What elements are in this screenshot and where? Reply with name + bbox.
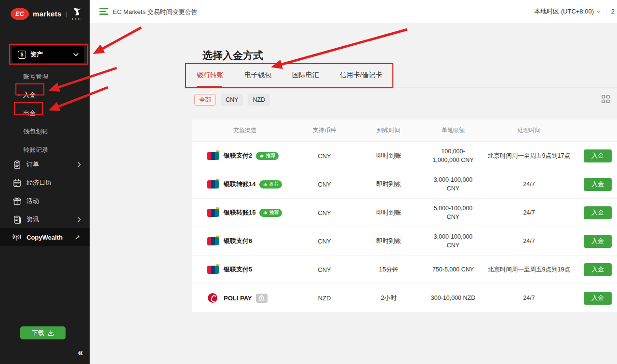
action-cell: 入金	[578, 149, 617, 162]
sidebar-submenu-item[interactable]: 入金	[0, 86, 90, 104]
sidebar-main-menu: 订单 经济日历 活动 资讯	[0, 155, 90, 229]
payment-logo-icon	[206, 151, 220, 161]
liverbird-icon	[71, 7, 82, 17]
payment-logo-icon	[206, 293, 220, 303]
deposit-button[interactable]: 入金	[584, 178, 612, 191]
deposit-button[interactable]: 入金	[584, 263, 612, 276]
deposit-button[interactable]: 入金	[584, 206, 612, 219]
deposit-method-tab[interactable]: 国际电汇	[292, 64, 319, 87]
payment-logo-icon	[206, 236, 220, 246]
active-dot	[18, 94, 20, 96]
table-row: 银联转账14 推荐 CNY 即时到账 3,000-100,000 CNY 24/…	[192, 170, 617, 199]
column-header: 到账时间	[351, 126, 427, 135]
sidebar: EC markets | LFC $ 资产 账号管理 入金 出金 钱包划转 转账…	[0, 0, 90, 364]
timezone-label: 本地时区 (UTC+8:00)	[534, 7, 594, 16]
limit-cell: 3,000-100,000 CNY	[427, 175, 480, 193]
table-header-row: 充值渠道支持币种到账时间单笔限额处理时间	[192, 120, 617, 142]
channel-name: 银联支付6	[224, 237, 252, 245]
brand-logo: EC markets | LFC	[11, 7, 82, 21]
sidebar-item-assets[interactable]: $ 资产	[12, 46, 84, 63]
sidebar-item-clipboard[interactable]: 订单	[0, 155, 90, 174]
deposit-method-tabs: 银行转账电子钱包国际电汇信用卡/借记卡	[192, 64, 617, 88]
deposit-button[interactable]: 入金	[584, 235, 612, 248]
bank-badge	[256, 294, 268, 303]
page-title: 选择入金方式	[202, 49, 263, 62]
action-cell: 入金	[578, 263, 617, 276]
download-label: 下载	[32, 329, 44, 337]
processing-cell: 北京时间周一至周五9点到17点	[480, 151, 578, 160]
recommend-badge-label: 推荐	[269, 209, 279, 216]
announcement-link[interactable]: EC Markets 交易时间变更公告	[113, 8, 198, 16]
column-header: 处理时间	[480, 126, 578, 135]
action-cell: 入金	[578, 292, 617, 305]
arrival-cell: 即时到账	[351, 180, 427, 189]
table-row: POLI PAY NZD 2小时 300-10,000 NZD 24/7 入金	[192, 284, 617, 312]
arrival-cell: 即时到账	[351, 208, 427, 217]
arrival-cell: 2小时	[351, 294, 427, 302]
deposit-method-tab[interactable]: 电子钱包	[244, 64, 271, 87]
deposit-button[interactable]: 入金	[584, 149, 612, 162]
lfc-partner-logo: LFC	[71, 7, 82, 21]
payment-channels-table: 充值渠道支持币种到账时间单笔限额处理时间 银联支付2 推荐 CNY 即时到账 1…	[192, 120, 617, 312]
limit-cell: 100,000-1,000,000 CNY	[427, 147, 480, 164]
sidebar-collapse-button[interactable]: «	[78, 347, 83, 358]
channel-cell: POLI PAY	[192, 293, 298, 303]
submenu-label: 转账记录	[23, 146, 48, 154]
sidebar-submenu-item[interactable]: 出金	[0, 104, 90, 122]
dollar-icon: $	[18, 51, 26, 59]
processing-cell: 24/7	[480, 180, 578, 189]
external-link-icon: ↗	[74, 233, 80, 241]
recommend-badge: 推荐	[256, 152, 279, 160]
chevron-down-icon	[596, 10, 601, 13]
ec-logo: EC	[11, 8, 29, 20]
topbar-divider	[606, 7, 606, 16]
assets-submenu: 账号管理 入金 出金 钱包划转 转账记录	[0, 67, 90, 159]
sidebar-submenu-item[interactable]: 钱包划转	[0, 122, 90, 141]
grid-view-icon[interactable]	[601, 94, 610, 106]
menu-label: 订单	[27, 160, 73, 169]
deposit-method-tab[interactable]: 银行转账	[197, 64, 224, 87]
currency-filter-chip[interactable]: NZD	[248, 94, 270, 106]
markets-wordmark: markets	[33, 10, 62, 18]
channel-name: 银联支付2	[224, 151, 252, 160]
action-cell: 入金	[578, 206, 617, 219]
table-row: 银联支付5 CNY 15分钟 750-5,000 CNY 北京时间周一至周五9点…	[192, 256, 617, 284]
currency-filter-row: 全部CNYNZD	[194, 94, 610, 106]
currency-filter-chip[interactable]: CNY	[221, 94, 243, 106]
payment-logo-icon	[206, 208, 220, 217]
currency-cell: CNY	[298, 266, 351, 273]
currency-cell: CNY	[298, 238, 351, 245]
channel-cell: 银联支付6	[192, 236, 298, 246]
lfc-label: LFC	[72, 17, 81, 21]
deposit-method-tab[interactable]: 信用卡/借记卡	[340, 64, 382, 87]
timezone-selector[interactable]: 本地时区 (UTC+8:00)	[534, 7, 601, 16]
submenu-label: 入金	[23, 91, 36, 99]
thumbs-up-icon	[259, 153, 264, 158]
currency-filter-chip[interactable]: 全部	[194, 94, 216, 106]
menu-label: 资讯	[27, 215, 73, 224]
assets-label: 资产	[30, 50, 69, 59]
chevron-right-icon	[78, 217, 81, 222]
thumbs-up-icon	[263, 210, 268, 215]
arrival-cell: 15分钟	[351, 265, 427, 274]
processing-cell: 北京时间周一至周五9点到19点	[480, 265, 578, 274]
hamburger-menu-icon[interactable]	[99, 8, 109, 16]
deposit-button[interactable]: 入金	[584, 292, 612, 305]
recommend-badge-label: 推荐	[266, 152, 275, 159]
download-button[interactable]: 下载	[20, 326, 66, 339]
sidebar-item-news[interactable]: 资讯	[0, 210, 90, 229]
copywealth-label: CopyWealth	[27, 234, 70, 241]
currency-cell: CNY	[298, 181, 351, 188]
sidebar-item-copywealth[interactable]: CopyWealth ↗	[0, 228, 90, 246]
sidebar-item-calendar[interactable]: 经济日历	[0, 174, 90, 192]
topbar-right-value: 2	[611, 8, 615, 15]
currency-cell: CNY	[298, 209, 351, 216]
limit-cell: 300-10,000 NZD	[427, 294, 480, 302]
channel-name: POLI PAY	[224, 295, 252, 302]
main-area: 选择入金方式 银行转账电子钱包国际电汇信用卡/借记卡 全部CNYNZD 充值渠道…	[90, 23, 617, 364]
processing-cell: 24/7	[480, 294, 578, 302]
download-icon	[48, 330, 54, 336]
channel-name: 银联转账14	[224, 180, 255, 189]
sidebar-item-gift[interactable]: 活动	[0, 192, 90, 210]
sidebar-submenu-item[interactable]: 账号管理	[0, 67, 90, 86]
